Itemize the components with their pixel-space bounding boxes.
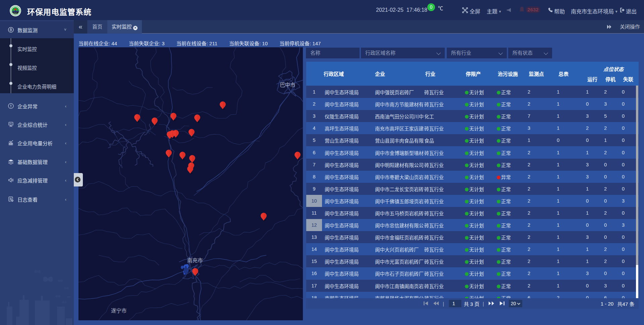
svg-text:南充市: 南充市 <box>187 258 203 263</box>
svg-text:巴中市: 巴中市 <box>280 82 296 88</box>
svg-text:遂宁市: 遂宁市 <box>111 308 127 314</box>
